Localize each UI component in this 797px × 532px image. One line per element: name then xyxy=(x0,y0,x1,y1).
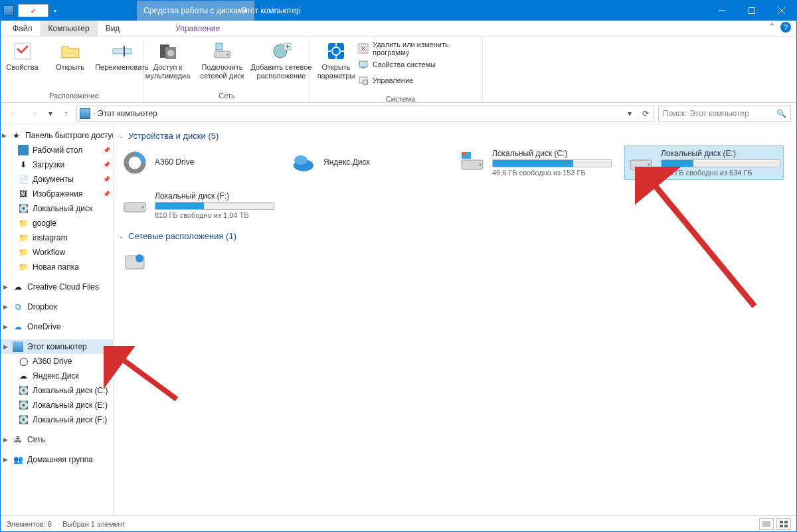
sidebar-disk-c[interactable]: 💽Локальный диск (C:) xyxy=(1,383,113,398)
uninstall-icon xyxy=(358,43,369,54)
drive-a360[interactable]: A360 Drive xyxy=(119,146,277,179)
pc-icon xyxy=(13,341,23,352)
group-devices-header[interactable]: ⌄Устройства и диски (5) xyxy=(119,131,791,141)
sidebar-pictures[interactable]: 🖼Изображения📌 xyxy=(1,187,113,201)
desktop-icon xyxy=(18,145,29,155)
maximize-button[interactable] xyxy=(737,1,766,21)
svg-rect-47 xyxy=(784,521,788,523)
network-icon: 🖧 xyxy=(13,434,23,445)
svg-point-42 xyxy=(135,254,143,262)
sidebar-this-pc[interactable]: ▶Этот компьютер xyxy=(1,339,113,354)
nav-up-button[interactable]: ↑ xyxy=(59,107,72,120)
add-netloc-icon xyxy=(271,41,292,62)
help-icon[interactable]: ? xyxy=(780,22,791,33)
view-tiles-button[interactable] xyxy=(776,518,791,530)
view-details-button[interactable] xyxy=(759,518,774,530)
sidebar-newfolder[interactable]: 📁Новая папка xyxy=(1,260,113,274)
address-dropdown-icon[interactable]: ▾ xyxy=(623,107,636,120)
sidebar-instagram[interactable]: 📁instagram xyxy=(1,230,113,245)
refresh-icon[interactable]: ⟳ xyxy=(639,107,652,120)
address-bar-row: ← → ▾ ↑ › Этот компьютер ▾ ⟳ Поиск: Этот… xyxy=(1,103,796,124)
sidebar-disk-f[interactable]: 💽Локальный диск (F:) xyxy=(1,412,113,427)
ribbon-open-button[interactable]: Открыть xyxy=(48,41,93,72)
sidebar-workflow[interactable]: 📁Workflow xyxy=(1,245,113,260)
svg-point-32 xyxy=(294,155,308,165)
svg-rect-27 xyxy=(361,67,365,68)
properties-icon xyxy=(12,41,33,62)
tab-manage[interactable]: Управление xyxy=(167,21,228,36)
ribbon-tabs: Файл Компьютер Вид Управление ⌃ ? xyxy=(1,21,796,37)
svg-rect-26 xyxy=(359,61,367,67)
tab-file[interactable]: Файл xyxy=(5,21,41,36)
close-button[interactable] xyxy=(766,1,796,21)
nav-forward-button[interactable]: → xyxy=(26,106,42,122)
svg-point-38 xyxy=(648,164,650,166)
sidebar-a360[interactable]: ◯A360 Drive xyxy=(1,354,113,369)
drive-icon: 💽 xyxy=(18,385,29,396)
ribbon-rename-button[interactable]: Переименовать xyxy=(96,41,149,72)
ribbon-system-properties-button[interactable]: Свойства системы xyxy=(358,58,478,71)
tab-view[interactable]: Вид xyxy=(98,21,128,36)
address-bar[interactable]: › Этот компьютер ▾ ⟳ xyxy=(76,106,654,122)
ribbon-manage-button[interactable]: Управление xyxy=(358,74,478,87)
drive-icon: 💽 xyxy=(18,203,29,214)
svg-rect-12 xyxy=(216,43,222,50)
local-disk-e-icon xyxy=(628,149,654,176)
ribbon-uninstall-button[interactable]: Удалить или изменить программу xyxy=(358,42,478,55)
sidebar-disk-e[interactable]: 💽Локальный диск (E:) xyxy=(1,398,113,412)
sidebar-google[interactable]: 📁google xyxy=(1,216,113,230)
ribbon-map-netdrive-button[interactable]: Подключить сетевой диск xyxy=(197,41,248,80)
ribbon-add-netloc-button[interactable]: Добавить сетевое расположение xyxy=(251,41,312,80)
network-location-icon xyxy=(122,249,148,276)
pin-icon: 📌 xyxy=(103,161,110,168)
group-netloc-header[interactable]: ⌄Сетевые расположения (1) xyxy=(119,231,791,241)
qat-customize-arrow[interactable]: ▾ xyxy=(51,8,59,14)
disk-f-usage-bar xyxy=(155,202,274,210)
sidebar-onedrive[interactable]: ▶☁OneDrive xyxy=(1,319,113,334)
folder-icon: 📁 xyxy=(18,247,29,258)
qat-dropdown[interactable]: ✔ xyxy=(18,4,48,17)
drive-icon: 💽 xyxy=(18,414,29,425)
yandex-disk-icon xyxy=(290,149,317,176)
drive-e[interactable]: Локальный диск (E:) 465 ГБ свободно из 6… xyxy=(625,146,783,179)
svg-point-29 xyxy=(363,80,368,85)
ribbon-open-settings-button[interactable]: Открыть параметры xyxy=(313,41,359,80)
system-properties-icon xyxy=(358,59,369,70)
sidebar-localdisk-pinned[interactable]: 💽Локальный диск xyxy=(1,201,113,216)
sidebar-yandex[interactable]: ☁Яндекс.Диск xyxy=(1,369,113,383)
nav-history-dropdown[interactable]: ▾ xyxy=(46,106,55,122)
nav-back-button[interactable]: ← xyxy=(6,106,22,122)
ribbon-properties-button[interactable]: Свойства xyxy=(0,41,45,72)
sidebar-network[interactable]: ▶🖧Сеть xyxy=(1,432,113,447)
sidebar-desktop[interactable]: Рабочий стол📌 xyxy=(1,143,113,157)
open-folder-icon xyxy=(60,41,81,62)
netloc-item[interactable] xyxy=(119,246,277,278)
sidebar-creative-cloud[interactable]: ▶☁Creative Cloud Files xyxy=(1,280,113,294)
svg-rect-48 xyxy=(780,525,783,527)
ribbon-collapse-icon[interactable]: ⌃ xyxy=(768,22,775,33)
drive-c[interactable]: Локальный диск (C:) 49,6 ГБ свободно из … xyxy=(456,146,614,179)
ribbon-group-location: Расположение xyxy=(49,90,99,102)
a360-icon: ◯ xyxy=(18,356,29,367)
folder-icon: 📁 xyxy=(18,232,29,243)
ribbon: Свойства Открыть Переименовать Расположе… xyxy=(1,37,796,103)
sidebar-quick-access[interactable]: ▶★Панель быстрого доступа xyxy=(1,128,113,143)
pictures-icon: 🖼 xyxy=(18,189,29,199)
svg-point-9 xyxy=(167,50,174,56)
status-selection: Выбран 1 элемент xyxy=(62,520,126,528)
drive-yandex[interactable]: Яндекс.Диск xyxy=(288,146,446,179)
contextual-tab-drive-tools[interactable]: Средства работы с дисками xyxy=(137,1,254,21)
breadcrumb-this-pc[interactable]: Этот компьютер xyxy=(98,109,157,118)
network-drive-icon xyxy=(212,41,233,62)
quick-access-toolbar: ✔ ▾ xyxy=(3,4,59,17)
sidebar-downloads[interactable]: ⬇Загрузки📌 xyxy=(1,157,113,172)
ribbon-media-access-button[interactable]: Доступ к мультимедиа xyxy=(142,41,194,80)
sidebar-dropbox[interactable]: ▶⧉Dropbox xyxy=(1,300,113,314)
search-input[interactable]: Поиск: Этот компьютер 🔍 xyxy=(658,106,791,122)
sidebar-documents[interactable]: 📄Документы📌 xyxy=(1,172,113,187)
drive-f[interactable]: Локальный диск (F:) 610 ГБ свободно из 1… xyxy=(119,189,277,222)
minimize-button[interactable] xyxy=(707,1,737,21)
tab-computer[interactable]: Компьютер xyxy=(41,21,98,36)
sidebar-homegroup[interactable]: ▶👥Домашняя группа xyxy=(1,452,113,467)
svg-rect-49 xyxy=(784,525,788,527)
